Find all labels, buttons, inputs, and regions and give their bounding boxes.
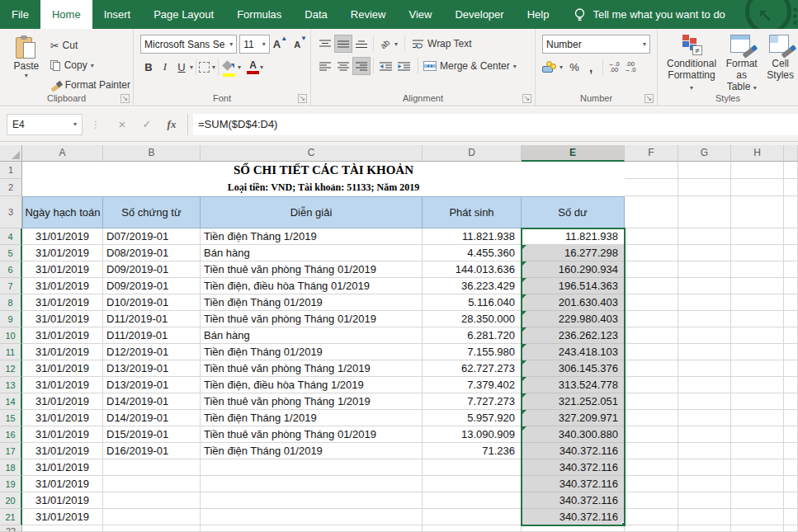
cell-B14[interactable]: D14/2019-01 [103, 393, 201, 410]
number-dialog-launcher[interactable]: ↘ [645, 94, 654, 103]
cell-B21[interactable] [103, 509, 201, 525]
cell[interactable] [678, 393, 731, 410]
decrease-decimal-button[interactable]: .00→.0 [622, 61, 639, 73]
cell[interactable] [625, 294, 678, 311]
cell-C9[interactable]: Tiền thuê văn phòng Tháng 01/2019 [201, 311, 423, 327]
row-header-15[interactable]: 15 [0, 410, 22, 426]
row-header-18[interactable]: 18 [0, 459, 22, 476]
table-header-4[interactable]: Phát sinh [422, 196, 522, 228]
italic-button[interactable]: I [157, 60, 173, 73]
cell[interactable] [784, 344, 798, 360]
cell[interactable] [731, 344, 784, 360]
row-header-13[interactable]: 13 [0, 377, 22, 393]
cell[interactable] [625, 509, 678, 525]
cell-E14[interactable]: 321.252.051 [522, 393, 625, 410]
enter-button[interactable]: ✓ [135, 118, 159, 130]
cell-C20[interactable] [201, 492, 423, 509]
cell[interactable] [678, 492, 731, 509]
cell[interactable] [625, 344, 678, 360]
cell-C4[interactable]: Tiền điện Tháng 1/2019 [201, 228, 423, 245]
cell[interactable] [678, 344, 731, 360]
row-header-8[interactable]: 8 [0, 294, 22, 311]
cell-B17[interactable]: D16/2019-01 [103, 443, 201, 459]
cell-D8[interactable]: 5.116.040 [423, 294, 522, 311]
cell-A13[interactable]: 31/01/2019 [22, 377, 103, 393]
tab-file[interactable]: File [0, 0, 40, 29]
tab-formulas[interactable]: Formulas [225, 0, 293, 29]
cell[interactable] [201, 525, 423, 532]
row-header-6[interactable]: 6 [0, 261, 22, 278]
wrap-text-button[interactable]: Wrap Text [409, 35, 475, 53]
row-header-20[interactable]: 20 [0, 492, 22, 509]
cell-A10[interactable]: 31/01/2019 [22, 327, 103, 344]
font-dialog-launcher[interactable]: ↘ [298, 94, 307, 103]
cell-C18[interactable] [201, 459, 423, 476]
cell[interactable] [731, 377, 784, 393]
increase-decimal-button[interactable]: ←.0.00 [606, 61, 622, 73]
cell[interactable] [784, 196, 798, 228]
cell-D11[interactable]: 7.155.980 [423, 344, 522, 360]
tab-developer[interactable]: Developer [443, 0, 515, 29]
tell-me-box[interactable]: Tell me what you want to do [560, 0, 725, 29]
cell[interactable] [678, 278, 731, 294]
format-painter-button[interactable]: Format Painter [48, 76, 133, 94]
row-header-2[interactable]: 2 [0, 179, 22, 196]
row-header-5[interactable]: 5 [0, 245, 22, 261]
cell[interactable] [625, 327, 678, 344]
cell[interactable] [625, 377, 678, 393]
cell[interactable] [678, 377, 731, 393]
cell-E9[interactable]: 229.980.403 [522, 311, 625, 327]
column-header-D[interactable]: D [423, 145, 522, 162]
cell-A21[interactable]: 31/01/2019 [22, 509, 103, 525]
cell-A14[interactable]: 31/01/2019 [22, 393, 103, 410]
cell-B9[interactable]: D11/2019-01 [103, 311, 201, 327]
sheet-subtitle-cell[interactable]: Loại tiền: VND; Tài khoản: 51133; Năm 20… [22, 179, 625, 196]
column-header-E[interactable]: E [522, 145, 625, 162]
align-right-button[interactable] [352, 57, 371, 75]
cell-A18[interactable]: 31/01/2019 [22, 459, 103, 476]
cell-B4[interactable]: D07/2019-01 [103, 228, 201, 245]
cell[interactable] [731, 443, 784, 459]
row-header-16[interactable]: 16 [0, 426, 22, 443]
cell[interactable] [678, 443, 731, 459]
cell-D17[interactable]: 71.236 [423, 443, 522, 459]
cell-D5[interactable]: 4.455.360 [423, 245, 522, 261]
decrease-indent-button[interactable] [376, 57, 394, 75]
merge-center-button[interactable]: Merge & Center ▾ [421, 57, 519, 75]
row-header-3[interactable]: 3 [0, 196, 22, 228]
cell-A7[interactable]: 31/01/2019 [22, 278, 103, 294]
percent-style-button[interactable]: % [566, 61, 583, 73]
cell-C13[interactable]: Tiền điện, điều hòa Tháng 1/2019 [201, 377, 423, 393]
font-name-combo[interactable]: Microsoft Sans Se ▾ [140, 35, 237, 54]
cell-A9[interactable]: 31/01/2019 [22, 311, 103, 327]
cell-C21[interactable] [201, 509, 423, 525]
cell[interactable] [731, 327, 784, 344]
cell[interactable] [784, 278, 798, 294]
cell[interactable] [731, 294, 784, 311]
cell-A16[interactable]: 31/01/2019 [22, 426, 103, 443]
cell[interactable] [784, 228, 798, 245]
cell[interactable] [784, 443, 798, 459]
cell-E19[interactable]: 340.372.116 [522, 476, 625, 492]
column-header-partial[interactable] [784, 145, 798, 162]
column-header-C[interactable]: C [201, 145, 423, 162]
cell[interactable] [625, 410, 678, 426]
cell[interactable] [625, 278, 678, 294]
align-bottom-button[interactable] [352, 35, 371, 53]
cell-C12[interactable]: Tiền thuê văn phòng Tháng 1/2019 [201, 360, 423, 377]
cell[interactable] [784, 410, 798, 426]
cancel-button[interactable]: × [110, 117, 135, 131]
comma-style-button[interactable]: , [583, 60, 599, 74]
accounting-format-button[interactable] [542, 61, 557, 73]
cell-B7[interactable]: D09/2019-01 [103, 278, 201, 294]
cell[interactable] [731, 525, 784, 532]
cell[interactable] [784, 377, 798, 393]
cell[interactable] [625, 443, 678, 459]
cell-D6[interactable]: 144.013.636 [423, 261, 522, 278]
cell[interactable] [625, 311, 678, 327]
cell[interactable] [731, 162, 784, 179]
cell-B6[interactable]: D09/2019-01 [103, 261, 201, 278]
tab-data[interactable]: Data [293, 0, 338, 29]
column-header-G[interactable]: G [678, 145, 731, 162]
table-header-1[interactable]: Ngày hạch toán [22, 196, 103, 228]
